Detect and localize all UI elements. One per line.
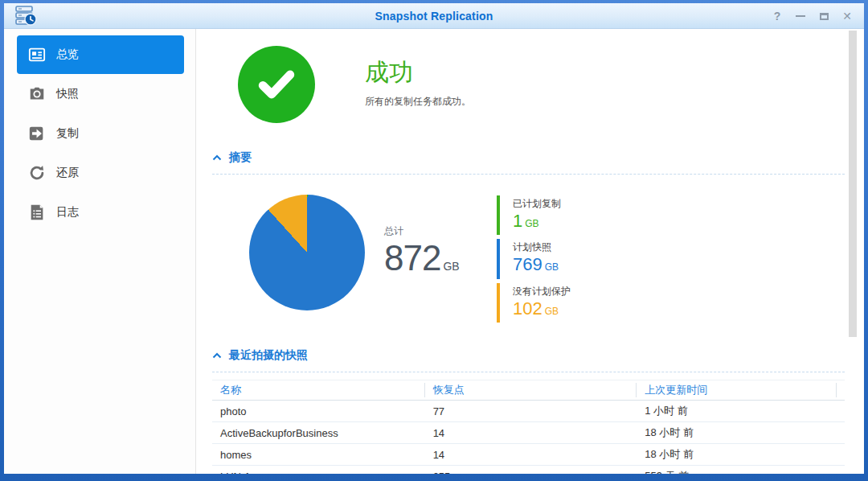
status-block: 成功 所有的复制任务都成功。 [212, 46, 845, 123]
minimize-button[interactable] [792, 7, 809, 25]
sidebar-item-label: 快照 [56, 87, 79, 101]
overview-icon [28, 46, 46, 64]
sidebar: 总览 快照 复制 [4, 29, 196, 474]
vertical-scrollbar[interactable] [849, 31, 857, 337]
titlebar: Snapshot Replication ? ✕ [4, 3, 864, 29]
sidebar-item-label: 日志 [56, 205, 79, 220]
maximize-button[interactable] [815, 7, 833, 25]
cell-recovery-points: 255 [425, 471, 637, 474]
column-header-last-updated[interactable]: 上次更新时间 [637, 383, 837, 397]
window-frame: Snapshot Replication ? ✕ 总览 [0, 0, 868, 481]
app-icon [14, 6, 39, 27]
cell-last-updated: 18 小时 前 [637, 426, 837, 440]
table-header-row: 名称 恢复点 上次更新时间 [212, 380, 845, 401]
section-header-recent-snapshots[interactable]: 最近拍摄的快照 [212, 348, 845, 372]
snapshot-replication-window: Snapshot Replication ? ✕ 总览 [4, 3, 864, 474]
cell-recovery-points: 14 [425, 427, 637, 439]
table-row[interactable]: LUN-1 255 559 天 前 [212, 466, 845, 474]
cell-name: LUN-1 [212, 471, 425, 474]
sidebar-item-label: 复制 [56, 126, 79, 141]
status-title: 成功 [365, 59, 471, 85]
section-header-summary[interactable]: 摘要 [212, 150, 845, 175]
cell-name: homes [212, 449, 425, 461]
total-block: 总计 872GB [384, 224, 479, 279]
success-check-icon [238, 46, 315, 123]
recent-snapshots-table: 名称 恢复点 上次更新时间 photo 77 1 小时 前 ActiveBack… [212, 380, 845, 474]
status-text: 成功 所有的复制任务都成功。 [365, 46, 471, 123]
sidebar-item-replication[interactable]: 复制 [17, 114, 184, 153]
pie-chart [249, 195, 365, 310]
cell-last-updated: 1 小时 前 [637, 404, 837, 418]
table-row[interactable]: ActiveBackupforBusiness 14 18 小时 前 [212, 422, 845, 444]
status-subtitle: 所有的复制任务都成功。 [365, 95, 471, 109]
cell-last-updated: 559 天 前 [637, 469, 837, 474]
total-label: 总计 [384, 224, 479, 238]
column-header-spacer [837, 383, 845, 397]
table-row[interactable]: homes 14 18 小时 前 [212, 444, 845, 466]
close-button[interactable]: ✕ [838, 7, 856, 25]
summary-row: 总计 872GB 已计划复制 1GB 计划快照 769GB 没有计划保护 102… [212, 192, 845, 327]
chart-legend: 已计划复制 1GB 计划快照 769GB 没有计划保护 102GB [497, 195, 571, 327]
cell-recovery-points: 14 [425, 449, 637, 461]
restore-circular-arrow-icon [28, 164, 46, 182]
minimize-icon [796, 15, 805, 17]
legend-value: 102GB [513, 298, 571, 319]
chevron-up-icon [212, 352, 222, 359]
legend-item-scheduled-replication: 已计划复制 1GB [497, 195, 571, 235]
replicate-arrow-icon [28, 125, 46, 142]
legend-label: 已计划复制 [513, 197, 571, 211]
chevron-up-icon [212, 154, 222, 161]
section-title: 最近拍摄的快照 [229, 348, 308, 363]
log-document-icon [28, 204, 46, 221]
cell-name: photo [212, 405, 425, 417]
legend-label: 计划快照 [513, 240, 571, 254]
sidebar-item-snapshot[interactable]: 快照 [17, 75, 184, 113]
sidebar-item-log[interactable]: 日志 [17, 193, 184, 232]
sidebar-item-restore[interactable]: 还原 [17, 154, 184, 192]
legend-item-no-protection: 没有计划保护 102GB [497, 283, 571, 323]
legend-value: 769GB [513, 254, 571, 275]
total-value: 872GB [384, 238, 479, 279]
maximize-icon [820, 13, 829, 20]
cell-recovery-points: 77 [425, 405, 637, 417]
legend-value: 1GB [513, 211, 571, 232]
total-unit: GB [443, 260, 459, 273]
sidebar-item-overview[interactable]: 总览 [17, 35, 184, 74]
content-panel: 成功 所有的复制任务都成功。 摘要 总计 872GB 已 [196, 29, 864, 474]
column-header-name[interactable]: 名称 [212, 383, 425, 397]
cell-name: ActiveBackupforBusiness [212, 427, 425, 439]
main-area: 总览 快照 复制 [4, 29, 864, 474]
window-title: Snapshot Replication [4, 10, 864, 23]
legend-label: 没有计划保护 [513, 285, 571, 298]
cell-last-updated: 18 小时 前 [637, 447, 837, 462]
camera-icon [28, 85, 46, 103]
column-header-recovery-points[interactable]: 恢复点 [425, 383, 637, 397]
sidebar-item-label: 总览 [56, 47, 79, 62]
window-controls: ? ✕ [768, 3, 856, 29]
help-button[interactable]: ? [768, 7, 786, 25]
table-row[interactable]: photo 77 1 小时 前 [212, 401, 845, 422]
section-title: 摘要 [229, 150, 252, 165]
legend-item-scheduled-snapshot: 计划快照 769GB [497, 239, 571, 278]
sidebar-item-label: 还原 [56, 166, 79, 180]
